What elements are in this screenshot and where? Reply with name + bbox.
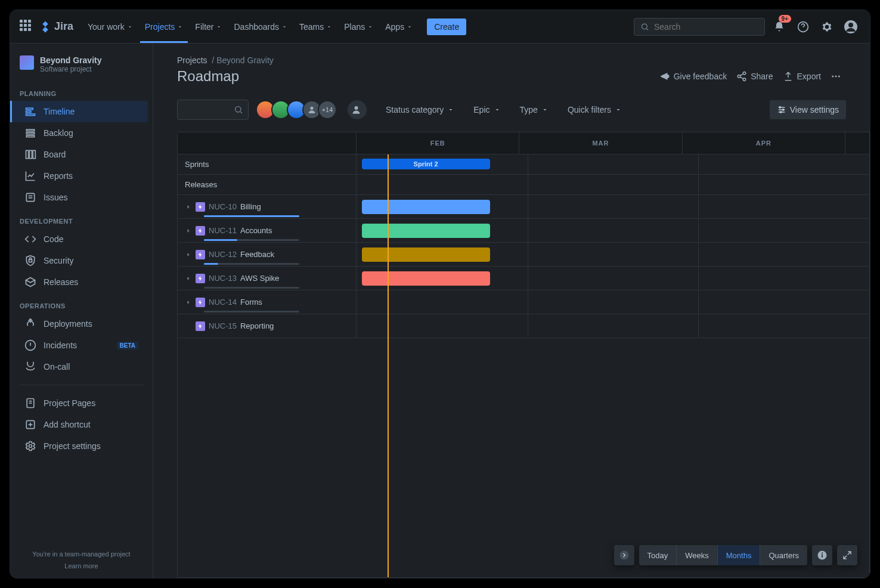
info-button[interactable] xyxy=(812,545,832,565)
nav-projects[interactable]: Projects xyxy=(140,11,188,43)
sidebar-item-deployments[interactable]: Deployments xyxy=(15,313,148,335)
epic-progress xyxy=(204,287,299,289)
create-button[interactable]: Create xyxy=(427,18,466,35)
epic-row[interactable]: NUC-11Accounts xyxy=(178,219,869,243)
epic-bar[interactable] xyxy=(362,271,490,286)
chevron-right-icon[interactable] xyxy=(185,299,192,306)
breadcrumb-root[interactable]: Projects xyxy=(177,55,207,65)
filter-status-category[interactable]: Status category xyxy=(381,101,459,118)
epic-bar[interactable] xyxy=(362,247,490,262)
sidebar-item-backlog[interactable]: Backlog xyxy=(15,122,148,144)
svg-point-28 xyxy=(743,78,746,81)
sidebar-item-issues[interactable]: Issues xyxy=(15,187,148,208)
nav-dashboards[interactable]: Dashboards xyxy=(229,11,292,43)
filter-epic[interactable]: Epic xyxy=(469,101,505,118)
divider xyxy=(20,385,143,385)
roadmap-search[interactable] xyxy=(177,100,249,120)
add-person-icon xyxy=(352,104,362,115)
svg-rect-5 xyxy=(26,108,33,110)
svg-point-4 xyxy=(848,23,853,27)
assignee-avatars[interactable]: +14 xyxy=(256,100,337,119)
epic-progress xyxy=(204,311,299,312)
share-icon xyxy=(736,71,747,82)
share-button[interactable]: Share xyxy=(732,67,777,85)
sidebar-item-project-pages[interactable]: Project Pages xyxy=(15,392,148,414)
avatar-icon xyxy=(844,20,858,34)
sprint-bar[interactable]: Sprint 2 xyxy=(362,159,490,169)
top-nav: Jira Your workProjectsFilterDashboardsTe… xyxy=(10,10,870,44)
epic-title: Reporting xyxy=(240,321,274,330)
nav-teams[interactable]: Teams xyxy=(295,11,337,43)
epic-bar[interactable] xyxy=(362,224,490,238)
today-button[interactable]: Today xyxy=(639,545,677,565)
megaphone-icon xyxy=(659,71,670,82)
project-header[interactable]: Beyond Gravity Software project xyxy=(10,44,153,81)
notifications-button[interactable]: 9+ xyxy=(770,17,789,36)
month-FEB: FEB xyxy=(357,132,519,154)
timeline-icon xyxy=(24,106,36,117)
svg-line-29 xyxy=(740,74,743,76)
timeline-body[interactable]: Sprints Sprint 2 Releases NUC-10BillingN… xyxy=(178,154,869,577)
nav-your-work[interactable]: Your work xyxy=(83,11,138,43)
sidebar-item-project-settings[interactable]: Project settings xyxy=(15,435,148,457)
epic-bar[interactable] xyxy=(362,200,490,214)
export-button[interactable]: Export xyxy=(778,67,826,85)
nav-filter[interactable]: Filter xyxy=(190,11,227,43)
sidebar-item-code[interactable]: Code xyxy=(15,228,148,250)
epic-row[interactable]: NUC-15Reporting xyxy=(178,314,869,338)
chevron-right-circle-icon xyxy=(619,550,630,561)
timeline: FEBMARAPR Sprints Sprint 2 Releases NUC-… xyxy=(177,132,870,578)
svg-rect-13 xyxy=(33,150,35,158)
feedback-button[interactable]: Give feedback xyxy=(655,67,732,85)
epic-row[interactable]: NUC-14Forms xyxy=(178,290,869,314)
scale-weeks[interactable]: Weeks xyxy=(677,545,718,565)
epic-title: Accounts xyxy=(240,226,272,235)
chevron-right-icon[interactable] xyxy=(185,203,192,211)
scroll-next-button[interactable] xyxy=(614,545,634,565)
epic-title: Feedback xyxy=(240,250,274,259)
epic-row[interactable]: NUC-10Billing xyxy=(178,195,869,219)
add-people-button[interactable] xyxy=(348,100,367,119)
view-settings-button[interactable]: View settings xyxy=(770,100,846,119)
sidebar-item-releases[interactable]: Releases xyxy=(15,271,148,293)
sidebar-item-timeline[interactable]: Timeline xyxy=(10,101,148,122)
jira-logo[interactable]: Jira xyxy=(39,20,73,33)
sidebar-item-on-call[interactable]: On-call xyxy=(15,356,148,377)
epic-icon xyxy=(196,202,205,212)
app-switcher-icon[interactable] xyxy=(20,20,34,34)
scale-months[interactable]: Months xyxy=(718,545,761,565)
sidebar-item-security[interactable]: Security xyxy=(15,250,148,271)
content: Projects / Beyond Gravity Roadmap Give f… xyxy=(153,44,870,578)
svg-point-43 xyxy=(780,112,782,113)
chevron-right-icon[interactable] xyxy=(185,227,192,234)
nav-apps[interactable]: Apps xyxy=(380,11,417,43)
filter-quick-filters[interactable]: Quick filters xyxy=(563,101,627,118)
sidebar-item-incidents[interactable]: IncidentsBETA xyxy=(15,335,148,356)
filter-type[interactable]: Type xyxy=(515,101,553,118)
more-button[interactable] xyxy=(826,67,846,85)
epic-row[interactable]: NUC-12Feedback xyxy=(178,243,869,267)
chevron-right-icon[interactable] xyxy=(185,251,192,258)
global-search[interactable] xyxy=(634,18,765,36)
epic-icon xyxy=(196,274,205,283)
svg-line-30 xyxy=(740,77,743,79)
chevron-right-icon[interactable] xyxy=(185,275,192,282)
help-button[interactable] xyxy=(794,17,813,36)
search-input[interactable] xyxy=(654,22,758,32)
fullscreen-button[interactable] xyxy=(837,545,857,565)
toolbar: +14 Status categoryEpicTypeQuick filters… xyxy=(153,95,870,132)
avatar-more[interactable]: +14 xyxy=(318,100,337,119)
scale-quarters[interactable]: Quarters xyxy=(760,545,807,565)
chevron-down-icon xyxy=(615,106,622,113)
sidebar-item-reports[interactable]: Reports xyxy=(15,165,148,187)
svg-point-34 xyxy=(236,107,241,112)
profile-button[interactable] xyxy=(841,17,860,36)
month-MAR: MAR xyxy=(519,132,682,154)
sidebar-item-board[interactable]: Board xyxy=(15,144,148,165)
footer-link[interactable]: Learn more xyxy=(10,561,153,571)
sidebar-item-add-shortcut[interactable]: Add shortcut xyxy=(15,414,148,435)
section-development: DEVELOPMENT xyxy=(10,208,153,228)
epic-row[interactable]: NUC-13AWS Spike xyxy=(178,267,869,290)
nav-plans[interactable]: Plans xyxy=(339,11,378,43)
settings-button[interactable] xyxy=(817,17,836,36)
